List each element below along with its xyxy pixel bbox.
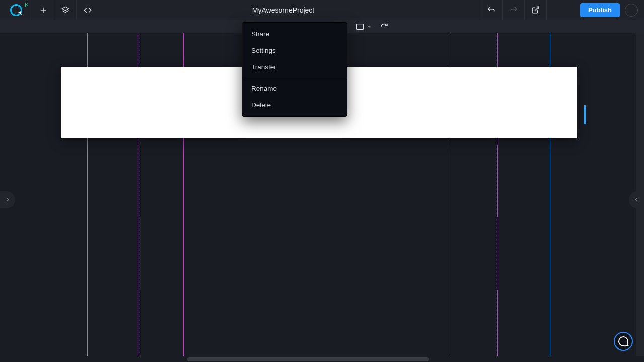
toolbar-left-group: β: [0, 0, 99, 20]
export-button[interactable]: [524, 0, 546, 20]
code-button[interactable]: [77, 0, 99, 20]
expand-left-panel[interactable]: [0, 191, 15, 208]
menu-divider: [242, 78, 347, 78]
publish-button[interactable]: Publish: [580, 3, 620, 17]
chevron-up-icon: [319, 7, 326, 14]
layers-icon: [61, 6, 70, 15]
scrollbar-thumb[interactable]: [187, 357, 429, 361]
app-logo[interactable]: β: [0, 0, 32, 20]
horizontal-scrollbar[interactable]: [0, 356, 644, 362]
top-toolbar: β MyAwesomeProject Publish: [0, 0, 644, 20]
svg-point-4: [555, 9, 558, 11]
resize-handle[interactable]: [584, 105, 586, 124]
chevron-right-icon: [4, 196, 11, 203]
preview-dropdown[interactable]: [546, 0, 575, 20]
viewport-selector[interactable]: [356, 23, 371, 30]
svg-line-3: [535, 7, 539, 11]
undo-icon: [487, 6, 496, 15]
chat-icon: [618, 336, 628, 346]
menu-item-delete[interactable]: Delete: [242, 97, 347, 113]
menu-item-rename[interactable]: Rename: [242, 80, 347, 97]
add-button[interactable]: [32, 0, 54, 20]
chevron-left-icon: [633, 196, 640, 203]
refresh-icon: [380, 23, 388, 31]
undo-button[interactable]: [480, 0, 502, 20]
refresh-button[interactable]: [380, 23, 388, 31]
svg-marker-2: [62, 7, 69, 11]
redo-button[interactable]: [502, 0, 524, 20]
help-button[interactable]: [614, 332, 633, 351]
redo-icon: [509, 6, 518, 15]
svg-rect-5: [356, 24, 363, 30]
toolbar-right-group: Publish: [480, 0, 644, 20]
menu-item-settings[interactable]: Settings: [242, 42, 347, 59]
code-icon: [83, 6, 92, 15]
beta-badge: β: [25, 2, 28, 7]
external-link-icon: [531, 6, 540, 14]
user-avatar[interactable]: [625, 4, 638, 17]
project-title-dropdown[interactable]: MyAwesomeProject: [246, 6, 332, 14]
rectangle-icon: [356, 23, 364, 30]
project-title-label: MyAwesomeProject: [252, 6, 314, 14]
menu-item-share[interactable]: Share: [242, 26, 347, 42]
menu-item-transfer[interactable]: Transfer: [242, 59, 347, 76]
plus-icon: [39, 6, 47, 14]
layers-button[interactable]: [54, 0, 77, 20]
eye-icon: [552, 6, 561, 15]
toolbar-center-group: MyAwesomeProject: [99, 0, 480, 20]
logo-icon: [10, 4, 22, 16]
caret-down-icon: [367, 26, 371, 28]
chevron-down-icon: [564, 7, 570, 13]
project-menu: Share Settings Transfer Rename Delete: [242, 22, 347, 117]
expand-right-panel[interactable]: [629, 191, 644, 208]
